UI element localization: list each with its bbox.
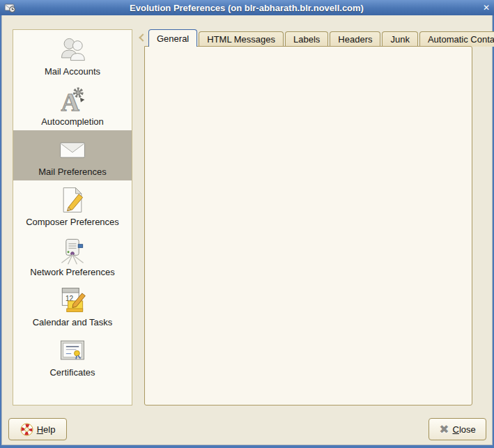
tab-label: General bbox=[157, 33, 189, 44]
sidebar-item-label: Autocompletion bbox=[41, 116, 104, 127]
sidebar-item-autocompletion[interactable]: A Autocompletion bbox=[13, 80, 132, 130]
sidebar-item-composer-preferences[interactable]: Composer Preferences bbox=[13, 180, 132, 231]
tab-label: Automatic Contacts bbox=[428, 34, 494, 45]
sidebar-item-label: Calendar and Tasks bbox=[33, 317, 113, 327]
sidebar-item-label: Network Preferences bbox=[30, 267, 114, 277]
sidebar-item-network-preferences[interactable]: Network Preferences bbox=[13, 231, 132, 281]
tab-label: Junk bbox=[390, 34, 409, 45]
close-button[interactable]: ✖ Close bbox=[429, 418, 486, 440]
composer-preferences-icon bbox=[56, 184, 88, 216]
network-preferences-icon bbox=[56, 234, 88, 266]
tab-labels[interactable]: Labels bbox=[285, 31, 328, 47]
sidebar-item-label: Mail Preferences bbox=[38, 167, 107, 177]
mail-preferences-icon bbox=[56, 134, 88, 166]
sidebar-item-label: Composer Preferences bbox=[26, 217, 119, 227]
titlebar: Evolution Preferences (on blr-abharath.b… bbox=[0, 0, 494, 15]
window-menu-icon[interactable] bbox=[4, 2, 16, 13]
sidebar-item-mail-preferences[interactable]: Mail Preferences bbox=[13, 130, 132, 180]
lifebuoy-icon bbox=[20, 423, 33, 436]
sidebar-item-certificates[interactable]: Certificates bbox=[13, 331, 132, 381]
tab-label: Headers bbox=[338, 34, 372, 45]
help-button-label: Help bbox=[37, 424, 56, 435]
close-button-label: Close bbox=[453, 424, 476, 435]
tab-label: HTML Messages bbox=[207, 34, 275, 45]
tab-label: Labels bbox=[293, 34, 320, 45]
help-button[interactable]: Help bbox=[8, 418, 67, 440]
tab-html-messages[interactable]: HTML Messages bbox=[199, 31, 284, 47]
tab-bar: General HTML Messages Labels Headers Jun… bbox=[148, 29, 494, 47]
tab-junk[interactable]: Junk bbox=[382, 31, 417, 47]
preferences-sidebar: Mail Accounts A Autocompletion Mail Pref… bbox=[13, 29, 132, 405]
mail-accounts-icon bbox=[56, 33, 88, 65]
tab-automatic-contacts[interactable]: Automatic Contacts bbox=[419, 31, 494, 47]
window-title: Evolution Preferences (on blr-abharath.b… bbox=[16, 3, 477, 13]
calendar-and-tasks-icon: 12 bbox=[56, 284, 88, 316]
autocompletion-icon: A bbox=[56, 84, 88, 116]
close-x-icon: ✖ bbox=[439, 422, 449, 436]
general-tab-page bbox=[144, 46, 472, 405]
tab-headers[interactable]: Headers bbox=[330, 31, 380, 47]
close-icon[interactable]: ✕ bbox=[477, 3, 490, 13]
tab-scroll-left-icon[interactable] bbox=[138, 32, 148, 43]
sidebar-item-label: Mail Accounts bbox=[45, 66, 100, 77]
sidebar-item-calendar-and-tasks[interactable]: 12 Calendar and Tasks bbox=[13, 281, 132, 331]
sidebar-item-mail-accounts[interactable]: Mail Accounts bbox=[13, 30, 132, 80]
sidebar-item-label: Certificates bbox=[49, 367, 95, 378]
certificates-icon bbox=[56, 334, 88, 366]
tab-general[interactable]: General bbox=[148, 29, 197, 47]
